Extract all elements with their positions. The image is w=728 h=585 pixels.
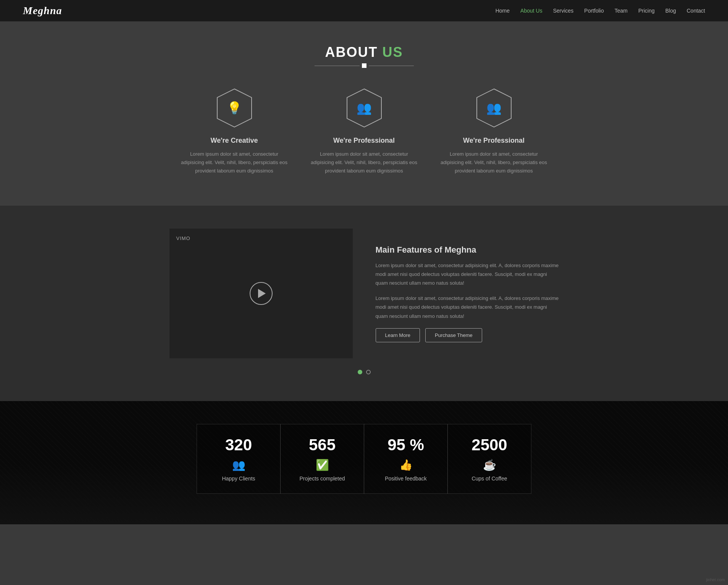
stat-icon-0: 👥 bbox=[205, 459, 273, 471]
nav-link-about-us[interactable]: About Us bbox=[520, 8, 542, 14]
feature-desc-0: Lorem ipsum dolor sit amet, consectetur … bbox=[181, 150, 288, 175]
stat-box-1: 565 ✅ Projects completed bbox=[280, 424, 364, 494]
hexagon-1: 👥 bbox=[343, 87, 385, 129]
carousel-dot-2[interactable] bbox=[366, 370, 371, 374]
video-side: VIMO bbox=[169, 229, 353, 358]
nav-link-contact[interactable]: Contact bbox=[687, 8, 705, 14]
stat-box-2: 95 % 👍 Positive feedback bbox=[364, 424, 448, 494]
btn-row: Learn More Purchase Theme bbox=[376, 328, 559, 342]
hexagon-0: 💡 bbox=[213, 87, 255, 129]
feature-icon-1: 👥 bbox=[357, 101, 372, 115]
stat-icon-1: ✅ bbox=[288, 459, 356, 471]
vimo-label: VIMO bbox=[176, 235, 190, 241]
feature-item-1: 👥 We're Professional Lorem ipsum dolor s… bbox=[311, 87, 418, 175]
about-title: ABOUT US bbox=[8, 44, 720, 60]
brand-name: Meghna bbox=[23, 5, 62, 16]
carousel-dots bbox=[0, 358, 728, 378]
stats-inner: 320 👥 Happy Clients 565 ✅ Projects compl… bbox=[154, 401, 574, 524]
title-divider bbox=[315, 63, 414, 68]
feature-desc-2: Lorem ipsum dolor sit amet, consectetur … bbox=[441, 150, 547, 175]
feature-title-2: We're Professional bbox=[441, 137, 547, 145]
hexagon-wrapper-0: 💡 bbox=[181, 87, 288, 129]
stat-number-3: 2500 bbox=[455, 436, 523, 454]
nav-link-team[interactable]: Team bbox=[615, 8, 628, 14]
brand-logo[interactable]: Meghna bbox=[23, 5, 62, 17]
hexagon-2: 👥 bbox=[473, 87, 515, 129]
feature-icon-0: 💡 bbox=[227, 101, 242, 115]
play-button[interactable] bbox=[250, 282, 273, 305]
stat-box-3: 2500 ☕ Cups of Coffee bbox=[447, 424, 531, 494]
nav-link-portfolio[interactable]: Portfolio bbox=[584, 8, 604, 14]
feature-item-0: 💡 We're Creative Lorem ipsum dolor sit a… bbox=[181, 87, 288, 175]
about-title-highlight: US bbox=[383, 44, 403, 60]
stat-label-1: Projects completed bbox=[299, 475, 345, 482]
stat-label-0: Happy Clients bbox=[222, 475, 255, 482]
stat-label-3: Cups of Coffee bbox=[471, 475, 507, 482]
nav-link-pricing[interactable]: Pricing bbox=[638, 8, 655, 14]
navbar: Meghna HomeAbout UsServicesPortfolioTeam… bbox=[0, 0, 728, 21]
stat-number-0: 320 bbox=[205, 436, 273, 454]
content-side: Main Features of Meghna Lorem ipsum dolo… bbox=[376, 245, 559, 342]
mid-para2: Lorem ipsum dolor sit amet, consectetur … bbox=[376, 294, 559, 321]
nav-links: HomeAbout UsServicesPortfolioTeamPricing… bbox=[496, 7, 705, 14]
features-grid: 💡 We're Creative Lorem ipsum dolor sit a… bbox=[154, 87, 574, 175]
stat-icon-3: ☕ bbox=[455, 459, 523, 471]
about-section: ABOUT US 💡 We're Creative Lorem ipsum do… bbox=[0, 21, 728, 206]
mid-section: VIMO Main Features of Meghna Lorem ipsum… bbox=[0, 206, 728, 401]
nav-link-blog[interactable]: Blog bbox=[665, 8, 676, 14]
stat-box-0: 320 👥 Happy Clients bbox=[197, 424, 281, 494]
feature-item-2: 👥 We're Professional Lorem ipsum dolor s… bbox=[441, 87, 547, 175]
mid-inner: VIMO Main Features of Meghna Lorem ipsum… bbox=[154, 229, 574, 358]
hexagon-wrapper-1: 👥 bbox=[311, 87, 418, 129]
nav-link-services[interactable]: Services bbox=[553, 8, 574, 14]
about-title-main: ABOUT bbox=[325, 44, 378, 60]
stat-label-2: Positive feedback bbox=[385, 475, 427, 482]
carousel-dot-1[interactable] bbox=[358, 370, 362, 374]
stat-icon-2: 👍 bbox=[372, 459, 440, 471]
stat-number-1: 565 bbox=[288, 436, 356, 454]
stat-number-2: 95 % bbox=[372, 436, 440, 454]
nav-link-home[interactable]: Home bbox=[496, 8, 510, 14]
hexagon-wrapper-2: 👥 bbox=[441, 87, 547, 129]
mid-para1: Lorem ipsum dolor sit amet, consectetur … bbox=[376, 261, 559, 288]
feature-title-1: We're Professional bbox=[311, 137, 418, 145]
purchase-theme-button[interactable]: Purchase Theme bbox=[425, 328, 482, 342]
learn-more-button[interactable]: Learn More bbox=[376, 328, 420, 342]
feature-title-0: We're Creative bbox=[181, 137, 288, 145]
feature-title: Main Features of Meghna bbox=[376, 245, 559, 255]
stats-section: 320 👥 Happy Clients 565 ✅ Projects compl… bbox=[0, 401, 728, 524]
feature-icon-2: 👥 bbox=[486, 101, 502, 115]
feature-desc-1: Lorem ipsum dolor sit amet, consectetur … bbox=[311, 150, 418, 175]
